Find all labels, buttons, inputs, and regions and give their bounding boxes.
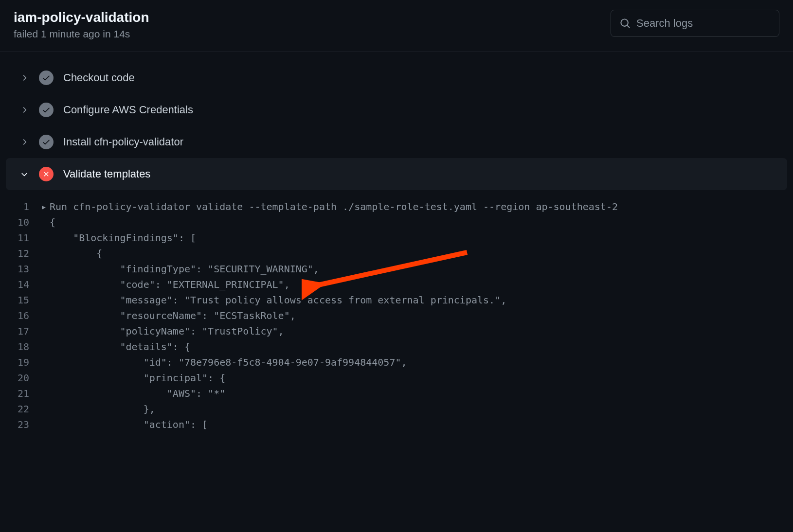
log-line[interactable]: 21 "AWS": "*": [0, 386, 793, 401]
log-text: "policyName": "TrustPolicy",: [50, 323, 284, 339]
fold-spacer: [41, 355, 50, 370]
log-line[interactable]: 1▸Run cfn-policy-validator validate --te…: [0, 199, 793, 214]
line-number: 18: [10, 339, 41, 355]
line-number: 14: [10, 277, 41, 292]
log-line[interactable]: 23 "action": [: [0, 417, 793, 432]
job-header-left: iam-policy-validation failed 1 minute ag…: [14, 10, 149, 40]
line-number: 20: [10, 370, 41, 386]
log-text: "BlockingFindings": [: [50, 230, 196, 246]
step-label: Install cfn-policy-validator: [63, 136, 183, 148]
fold-spacer: [41, 292, 50, 308]
log-output: 1▸Run cfn-policy-validator validate --te…: [0, 190, 793, 432]
log-text: {: [50, 214, 55, 230]
step-label: Configure AWS Credentials: [63, 104, 193, 116]
log-text: "findingType": "SECURITY_WARNING",: [50, 261, 319, 277]
fold-spacer: [41, 277, 50, 292]
line-number: 10: [10, 214, 41, 230]
log-line[interactable]: 11 "BlockingFindings": [: [0, 230, 793, 246]
search-logs-input[interactable]: [636, 17, 770, 30]
log-text: "resourceName": "ECSTaskRole",: [50, 308, 296, 323]
job-status-duration: 14s: [113, 28, 130, 39]
step-install-cfn-policy-validator[interactable]: Install cfn-policy-validator: [6, 126, 787, 158]
fold-spacer: [41, 230, 50, 246]
log-line[interactable]: 14 "code": "EXTERNAL_PRINCIPAL",: [0, 277, 793, 292]
step-label: Validate templates: [63, 168, 150, 180]
line-number: 1: [10, 199, 41, 214]
line-number: 12: [10, 246, 41, 261]
job-status-line: failed 1 minute ago in 14s: [14, 28, 149, 40]
chevron-right-icon: [19, 137, 29, 147]
line-number: 16: [10, 308, 41, 323]
job-steps-list: Checkout code Configure AWS Credentials …: [0, 52, 793, 190]
log-text: },: [50, 401, 155, 417]
line-number: 23: [10, 417, 41, 432]
log-text: "action": [: [50, 417, 208, 432]
status-success-icon: [39, 71, 54, 85]
log-line[interactable]: 18 "details": {: [0, 339, 793, 355]
line-number: 13: [10, 261, 41, 277]
fold-spacer: [41, 246, 50, 261]
fold-spacer: [41, 308, 50, 323]
log-line[interactable]: 22 },: [0, 401, 793, 417]
job-title: iam-policy-validation: [14, 10, 149, 25]
log-line[interactable]: 10 {: [0, 214, 793, 230]
fold-spacer: [41, 261, 50, 277]
log-line[interactable]: 17 "policyName": "TrustPolicy",: [0, 323, 793, 339]
step-checkout-code[interactable]: Checkout code: [6, 62, 787, 94]
line-number: 15: [10, 292, 41, 308]
chevron-right-icon: [19, 73, 29, 83]
line-number: 11: [10, 230, 41, 246]
search-logs-box[interactable]: [611, 10, 779, 37]
log-line[interactable]: 16 "resourceName": "ECSTaskRole",: [0, 308, 793, 323]
step-configure-aws-credentials[interactable]: Configure AWS Credentials: [6, 94, 787, 126]
fold-spacer: [41, 323, 50, 339]
log-text: "details": {: [50, 339, 190, 355]
chevron-down-icon: [19, 169, 29, 179]
step-validate-templates[interactable]: Validate templates: [6, 158, 787, 190]
job-status-prefix: failed: [14, 28, 41, 39]
status-success-icon: [39, 135, 54, 149]
fold-spacer: [41, 417, 50, 432]
log-text: {: [50, 246, 102, 261]
job-status-time[interactable]: 1 minute ago: [41, 28, 100, 39]
log-text: Run cfn-policy-validator validate --temp…: [50, 199, 618, 214]
log-text: "AWS": "*": [50, 386, 225, 401]
fold-spacer: [41, 401, 50, 417]
job-header: iam-policy-validation failed 1 minute ag…: [0, 0, 793, 52]
chevron-right-icon: [19, 105, 29, 115]
log-line[interactable]: 15 "message": "Trust policy allows acces…: [0, 292, 793, 308]
fold-spacer: [41, 214, 50, 230]
line-number: 21: [10, 386, 41, 401]
job-status-in: in: [100, 28, 113, 39]
log-text: "message": "Trust policy allows access f…: [50, 292, 506, 308]
line-number: 17: [10, 323, 41, 339]
step-label: Checkout code: [63, 71, 135, 84]
log-text: "code": "EXTERNAL_PRINCIPAL",: [50, 277, 290, 292]
log-line[interactable]: 19 "id": "78e796e8-f5c8-4904-9e07-9af994…: [0, 355, 793, 370]
status-success-icon: [39, 103, 54, 117]
log-line[interactable]: 12 {: [0, 246, 793, 261]
fold-spacer: [41, 386, 50, 401]
fold-spacer: [41, 370, 50, 386]
search-icon: [620, 18, 631, 29]
line-number: 19: [10, 355, 41, 370]
log-line[interactable]: 13 "findingType": "SECURITY_WARNING",: [0, 261, 793, 277]
line-number: 22: [10, 401, 41, 417]
log-text: "id": "78e796e8-f5c8-4904-9e07-9af994844…: [50, 355, 407, 370]
log-line[interactable]: 20 "principal": {: [0, 370, 793, 386]
log-text: "principal": {: [50, 370, 225, 386]
fold-caret-icon[interactable]: ▸: [41, 199, 50, 214]
status-fail-icon: [39, 167, 54, 181]
fold-spacer: [41, 339, 50, 355]
